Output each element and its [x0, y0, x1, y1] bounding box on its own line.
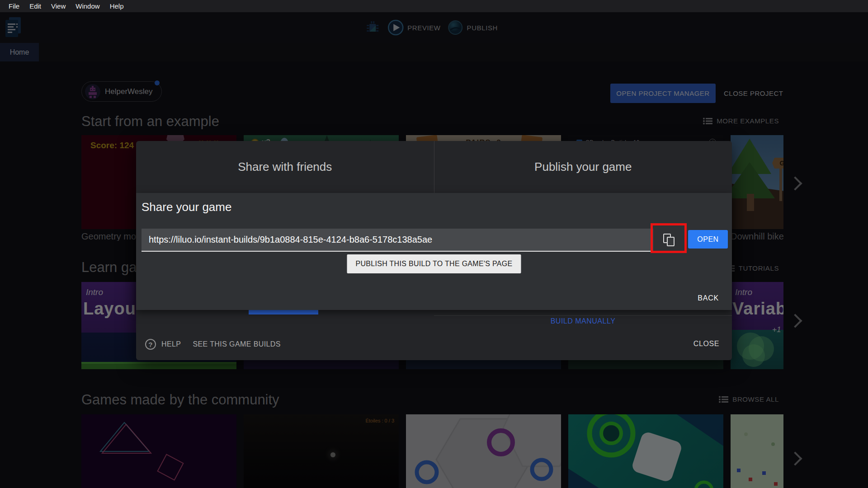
menu-edit[interactable]: Edit	[24, 0, 46, 12]
back-button[interactable]: BACK	[698, 294, 719, 302]
copy-link-button[interactable]	[657, 230, 682, 250]
tab-share-with-friends[interactable]: Share with friends	[136, 141, 434, 193]
menu-window[interactable]: Window	[71, 0, 104, 12]
dialog-tab-bar: Share with friends Publish your game	[136, 141, 732, 193]
see-game-builds-button[interactable]: SEE THIS GAME BUILDS	[193, 340, 280, 348]
help-button[interactable]: HELP	[161, 340, 181, 348]
menu-view[interactable]: View	[46, 0, 71, 12]
menu-file[interactable]: File	[4, 0, 24, 12]
menu-help[interactable]: Help	[105, 0, 129, 12]
publish-build-button[interactable]: PUBLISH THIS BUILD TO THE GAME'S PAGE	[347, 254, 521, 273]
share-dialog: Share with friends Publish your game Sha…	[136, 141, 732, 360]
panel-title: Share your game	[142, 200, 231, 214]
copy-icon	[662, 233, 677, 248]
open-build-button[interactable]: OPEN	[688, 230, 728, 249]
tab-publish-your-game[interactable]: Publish your game	[434, 141, 732, 193]
menu-bar: File Edit View Window Help	[0, 0, 868, 12]
close-dialog-button[interactable]: CLOSE	[693, 340, 719, 348]
build-url-input[interactable]	[142, 229, 653, 252]
share-your-game-panel: Share your game OPEN PUBLISH THIS BUILD …	[136, 193, 732, 310]
dialog-footer: ? HELP SEE THIS GAME BUILDS	[145, 339, 281, 350]
dialog-divider	[434, 315, 732, 316]
build-manually-button[interactable]: BUILD MANUALLY	[434, 317, 732, 325]
help-icon[interactable]: ?	[145, 339, 156, 350]
app-window: PREVIEW PUBLISH Home	[0, 12, 868, 488]
